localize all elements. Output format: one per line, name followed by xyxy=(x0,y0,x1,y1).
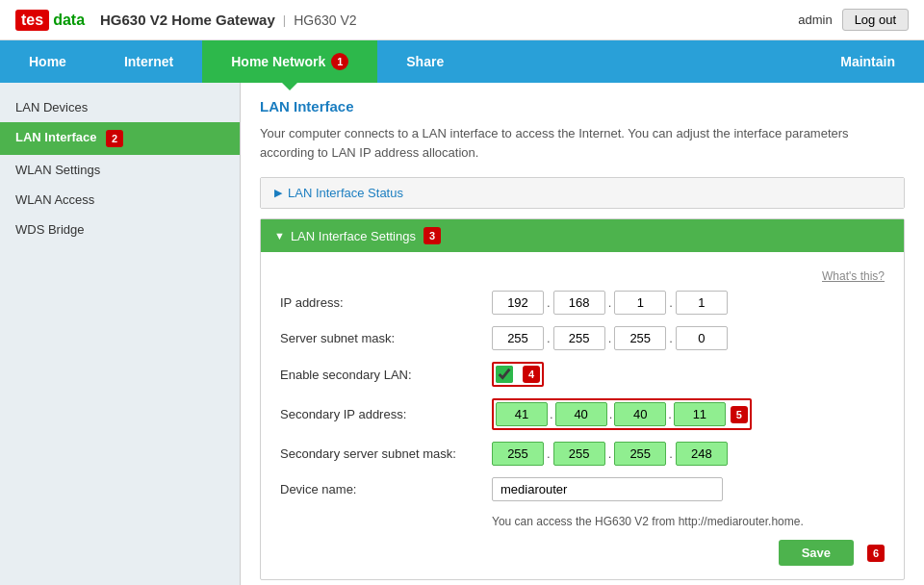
sidebar-item-lan-interface[interactable]: LAN Interface 2 xyxy=(0,122,240,155)
save-button[interactable]: Save xyxy=(779,540,854,566)
sec-subnet-octet-3[interactable] xyxy=(614,442,666,466)
ip-octet-1[interactable] xyxy=(492,291,544,315)
ip-sep-1: . xyxy=(547,295,551,310)
sidebar: LAN Devices LAN Interface 2 WLAN Setting… xyxy=(0,83,241,585)
logo-box: tes xyxy=(15,10,49,31)
sec-subnet-sep-3: . xyxy=(669,446,673,461)
ip-octet-4[interactable] xyxy=(676,291,728,315)
sidebar-item-wlan-access[interactable]: WLAN Access xyxy=(0,185,240,215)
status-accordion: ▶ LAN Interface Status xyxy=(260,177,905,209)
device-name-input[interactable] xyxy=(492,477,723,501)
secondary-lan-badge: 4 xyxy=(523,366,540,383)
settings-arrow-icon: ▼ xyxy=(274,230,285,242)
ip-octet-2[interactable] xyxy=(553,291,605,315)
ip-sep-2: . xyxy=(608,295,612,310)
settings-accordion-label: LAN Interface Settings xyxy=(291,229,416,243)
sidebar-lan-interface-badge: 2 xyxy=(106,130,123,147)
device-name-inputs xyxy=(492,477,723,501)
header-divider: | xyxy=(283,13,286,27)
sidebar-item-wlan-settings[interactable]: WLAN Settings xyxy=(0,155,240,185)
status-accordion-header[interactable]: ▶ LAN Interface Status xyxy=(261,178,904,208)
logo: tes data xyxy=(15,10,85,31)
ip-address-row: IP address: . . . xyxy=(280,291,885,315)
secondary-ip-inputs: . . . 5 xyxy=(492,398,752,430)
nav-item-home[interactable]: Home xyxy=(0,40,95,83)
sec-ip-sep-2: . xyxy=(609,407,613,421)
sec-subnet-sep-2: . xyxy=(608,446,612,461)
secondary-ip-label: Secondary IP address: xyxy=(280,407,492,421)
nav: Home Internet Home Network 1 Share Maint… xyxy=(0,40,924,83)
sec-subnet-octet-1[interactable] xyxy=(492,442,544,466)
secondary-lan-row: Enable secondary LAN: 4 xyxy=(280,362,885,387)
sec-subnet-octet-2[interactable] xyxy=(553,442,605,466)
nav-item-home-network[interactable]: Home Network 1 xyxy=(202,40,377,83)
save-row: Save 6 xyxy=(280,540,885,566)
secondary-ip-row: Secondary IP address: . . . 5 xyxy=(280,398,885,430)
nav-home-label: Home xyxy=(29,54,66,69)
nav-item-share[interactable]: Share xyxy=(377,40,473,83)
nav-active-badge: 1 xyxy=(331,53,348,70)
subnet-octet-3[interactable] xyxy=(614,326,666,350)
device-name-row: Device name: xyxy=(280,477,885,501)
secondary-lan-checkbox[interactable] xyxy=(496,366,513,383)
settings-accordion-badge: 3 xyxy=(424,227,441,244)
subnet-label: Server subnet mask: xyxy=(280,331,492,345)
subnet-inputs: . . . xyxy=(492,326,728,350)
header: tes data HG630 V2 Home Gateway | HG630 V… xyxy=(0,0,924,40)
subnet-row: Server subnet mask: . . . xyxy=(280,326,885,350)
subnet-octet-2[interactable] xyxy=(553,326,605,350)
main-layout: LAN Devices LAN Interface 2 WLAN Setting… xyxy=(0,83,924,585)
subnet-octet-4[interactable] xyxy=(676,326,728,350)
secondary-lan-inputs: 4 xyxy=(492,362,544,387)
nav-item-maintain[interactable]: Maintain xyxy=(811,40,924,83)
content-area: LAN Interface Your computer connects to … xyxy=(241,83,924,585)
sec-ip-octet-4[interactable] xyxy=(674,402,726,426)
sidebar-item-lan-devices[interactable]: LAN Devices xyxy=(0,92,240,122)
whats-this-link[interactable]: What's this? xyxy=(280,266,885,291)
ip-sep-3: . xyxy=(669,295,673,310)
admin-label: admin xyxy=(798,13,832,27)
secondary-subnet-label: Secondary server subnet mask: xyxy=(280,446,492,461)
form-section: What's this? IP address: . . . xyxy=(261,252,904,579)
nav-item-internet[interactable]: Internet xyxy=(95,40,202,83)
header-right: admin Log out xyxy=(798,9,909,31)
settings-accordion-header[interactable]: ▼ LAN Interface Settings 3 xyxy=(261,219,904,252)
help-text: You can access the HG630 V2 from http://… xyxy=(492,513,885,530)
page-title: LAN Interface xyxy=(260,98,905,114)
save-badge: 6 xyxy=(867,545,885,562)
subnet-sep-3: . xyxy=(669,331,673,345)
sec-ip-sep-1: . xyxy=(550,407,553,421)
secondary-subnet-inputs: . . . xyxy=(492,442,728,466)
sec-ip-octet-3[interactable] xyxy=(614,402,666,426)
settings-accordion: ▼ LAN Interface Settings 3 What's this? … xyxy=(260,218,905,580)
sidebar-wds-bridge-label: WDS Bridge xyxy=(15,222,85,237)
device-name-label: Device name: xyxy=(280,482,492,496)
nav-maintain-label: Maintain xyxy=(840,54,895,69)
ip-inputs: . . . xyxy=(492,291,728,315)
status-arrow-icon: ▶ xyxy=(274,187,282,199)
secondary-subnet-row: Secondary server subnet mask: . . . xyxy=(280,442,885,466)
subnet-octet-1[interactable] xyxy=(492,326,544,350)
nav-home-network-label: Home Network xyxy=(231,54,325,69)
ip-label: IP address: xyxy=(280,295,492,310)
sec-ip-sep-3: . xyxy=(668,407,672,421)
sidebar-wlan-access-label: WLAN Access xyxy=(15,192,94,207)
nav-internet-label: Internet xyxy=(124,54,173,69)
secondary-lan-label: Enable secondary LAN: xyxy=(280,368,492,382)
sec-subnet-sep-1: . xyxy=(547,446,551,461)
sidebar-lan-interface-label: LAN Interface xyxy=(15,130,97,144)
logo-data: data xyxy=(53,12,85,29)
subnet-sep-1: . xyxy=(547,331,551,345)
page-description: Your computer connects to a LAN interfac… xyxy=(260,124,905,162)
nav-share-label: Share xyxy=(406,54,444,69)
sidebar-lan-devices-label: LAN Devices xyxy=(15,100,88,114)
logout-button[interactable]: Log out xyxy=(842,9,909,31)
sec-ip-octet-2[interactable] xyxy=(555,402,607,426)
sidebar-wlan-settings-label: WLAN Settings xyxy=(15,163,100,177)
sec-subnet-octet-4[interactable] xyxy=(676,442,728,466)
sidebar-item-wds-bridge[interactable]: WDS Bridge xyxy=(0,215,240,244)
secondary-ip-badge: 5 xyxy=(731,406,748,423)
ip-octet-3[interactable] xyxy=(614,291,666,315)
sec-ip-octet-1[interactable] xyxy=(496,402,548,426)
subnet-sep-2: . xyxy=(608,331,612,345)
